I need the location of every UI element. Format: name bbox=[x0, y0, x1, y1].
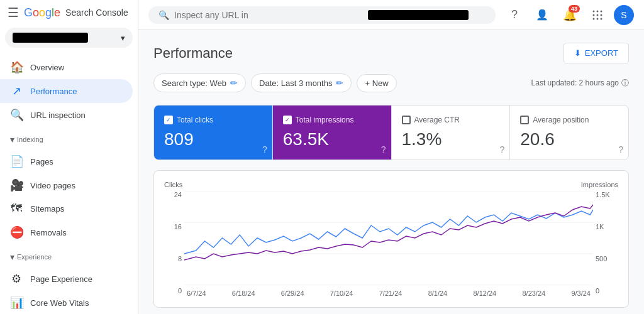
chevron-icon: ▾ bbox=[10, 252, 14, 262]
sidebar-item-performance[interactable]: ↗ Performance bbox=[0, 79, 133, 103]
metric-checkbox[interactable] bbox=[164, 116, 173, 124]
x-label: 6/7/24 bbox=[187, 290, 206, 297]
metric-value: 809 bbox=[164, 129, 262, 149]
notification-badge: 43 bbox=[569, 5, 580, 13]
sidebar-item-overview[interactable]: 🏠 Overview bbox=[0, 55, 133, 79]
x-label: 6/29/24 bbox=[281, 290, 304, 297]
metrics-row: Total clicks 809 ? Total impressions 63.… bbox=[153, 105, 629, 160]
sidebar-item-label: Sitemaps bbox=[30, 204, 64, 214]
url-inspection-input[interactable] bbox=[174, 10, 363, 20]
help-icon[interactable]: ? bbox=[381, 144, 386, 154]
x-label: 7/10/24 bbox=[330, 290, 353, 297]
chart-container: Clicks Impressions 24 16 8 0 bbox=[153, 170, 629, 308]
page-title: Performance bbox=[153, 45, 233, 62]
help-icon[interactable]: ? bbox=[503, 4, 526, 26]
sidebar: ☰ Google Search Console ▾ 🏠 Overview ↗ P… bbox=[0, 0, 138, 314]
removals-icon: ⛔ bbox=[10, 225, 23, 239]
metric-value: 20.6 bbox=[520, 129, 618, 149]
svg-point-4 bbox=[597, 14, 599, 16]
sidebar-item-core-web-vitals[interactable]: 📊 Core Web Vitals bbox=[0, 291, 133, 314]
metric-card-avg-ctr[interactable]: Average CTR 1.3% ? bbox=[392, 106, 511, 160]
app-name: Search Console bbox=[65, 8, 128, 18]
search-icon: 🔍 bbox=[10, 108, 23, 122]
svg-point-7 bbox=[597, 18, 599, 19]
hamburger-menu-icon[interactable]: ☰ bbox=[8, 5, 19, 20]
sidebar-item-sitemaps[interactable]: 🗺 Sitemaps bbox=[0, 197, 133, 220]
accounts-icon[interactable]: 👤 bbox=[531, 4, 553, 26]
sidebar-item-removals[interactable]: ⛔ Removals bbox=[0, 220, 133, 244]
metric-card-total-clicks[interactable]: Total clicks 809 ? bbox=[154, 106, 273, 160]
property-selector[interactable]: ▾ bbox=[5, 28, 133, 48]
chevron-down-icon: ▾ bbox=[121, 33, 125, 43]
filter-bar: Search type: Web ✏ Date: Last 3 months ✏… bbox=[153, 73, 629, 92]
x-label: 8/23/24 bbox=[522, 290, 545, 297]
chart-area: 24 16 8 0 bbox=[164, 191, 618, 297]
new-filter-button[interactable]: + New bbox=[357, 74, 396, 92]
help-icon[interactable]: ? bbox=[618, 144, 623, 154]
video-icon: 🎥 bbox=[10, 178, 23, 192]
edit-icon: ✏ bbox=[230, 78, 238, 88]
user-avatar[interactable]: S bbox=[614, 5, 634, 25]
experience-section-label[interactable]: ▾ Experience bbox=[0, 247, 138, 264]
metric-checkbox[interactable] bbox=[283, 116, 292, 124]
chevron-icon: ▾ bbox=[10, 134, 14, 144]
svg-point-1 bbox=[597, 10, 599, 12]
download-icon: ⬇ bbox=[574, 48, 581, 58]
trending-up-icon: ↗ bbox=[10, 84, 23, 98]
metric-label: Average CTR bbox=[402, 116, 500, 124]
chart-svg-wrapper: 6/7/24 6/18/24 6/29/24 7/10/24 7/21/24 8… bbox=[184, 191, 593, 297]
metric-value: 1.3% bbox=[402, 129, 500, 149]
notification-icon[interactable]: 🔔 43 bbox=[558, 4, 581, 26]
metric-card-avg-position[interactable]: Average position 20.6 ? bbox=[510, 106, 628, 160]
metric-checkbox[interactable] bbox=[520, 116, 529, 124]
clicks-line bbox=[184, 210, 593, 254]
main-content: 🔍 ? 👤 🔔 43 bbox=[138, 0, 644, 314]
page-experience-icon: ⚙ bbox=[10, 272, 23, 286]
sidebar-item-video-pages[interactable]: 🎥 Video pages bbox=[0, 173, 133, 197]
x-axis-labels: 6/7/24 6/18/24 6/29/24 7/10/24 7/21/24 8… bbox=[184, 290, 593, 297]
sidebar-item-label: Removals bbox=[30, 228, 67, 237]
metric-checkbox[interactable] bbox=[402, 116, 411, 124]
metric-value: 63.5K bbox=[283, 129, 381, 149]
svg-point-0 bbox=[593, 10, 595, 12]
search-type-filter[interactable]: Search type: Web ✏ bbox=[153, 73, 246, 92]
indexing-nav: 📄 Pages 🎥 Video pages 🗺 Sitemaps ⛔ Remov… bbox=[0, 147, 138, 247]
last-updated: Last updated: 2 hours ago ⓘ bbox=[531, 78, 629, 89]
svg-point-8 bbox=[601, 18, 602, 19]
export-button[interactable]: ⬇ EXPORT bbox=[564, 43, 629, 63]
svg-point-6 bbox=[593, 18, 595, 19]
x-label: 8/1/24 bbox=[428, 290, 448, 297]
help-icon[interactable]: ? bbox=[262, 144, 267, 154]
metric-label: Total impressions bbox=[283, 116, 381, 124]
indexing-section-label[interactable]: ▾ Indexing bbox=[0, 129, 138, 147]
impressions-line bbox=[184, 205, 593, 260]
sidebar-item-label: Video pages bbox=[30, 181, 75, 190]
search-box[interactable]: 🔍 bbox=[148, 6, 496, 24]
help-icon[interactable]: ? bbox=[499, 144, 504, 154]
sidebar-item-label: Core Web Vitals bbox=[30, 298, 89, 308]
sidebar-item-label: Performance bbox=[30, 87, 77, 96]
core-web-vitals-icon: 📊 bbox=[10, 296, 23, 310]
redacted-url bbox=[368, 10, 469, 20]
info-icon: ⓘ bbox=[621, 78, 629, 89]
sitemaps-icon: 🗺 bbox=[10, 202, 23, 215]
edit-icon: ✏ bbox=[336, 78, 343, 88]
sidebar-item-label: Pages bbox=[30, 157, 53, 166]
metric-label: Average position bbox=[520, 116, 618, 124]
sidebar-item-pages[interactable]: 📄 Pages bbox=[0, 149, 133, 173]
apps-icon[interactable] bbox=[586, 4, 609, 26]
y-axis-left-label: Clicks bbox=[164, 181, 182, 188]
svg-point-3 bbox=[593, 14, 595, 16]
main-nav: 🏠 Overview ↗ Performance 🔍 URL inspectio… bbox=[0, 53, 138, 129]
page-header: Performance ⬇ EXPORT bbox=[153, 43, 629, 63]
sidebar-item-url-inspection[interactable]: 🔍 URL inspection bbox=[0, 103, 133, 127]
date-filter[interactable]: Date: Last 3 months ✏ bbox=[251, 73, 352, 92]
home-icon: 🏠 bbox=[10, 60, 23, 74]
google-logo: Google bbox=[24, 6, 60, 19]
section-label-text: Experience bbox=[17, 253, 52, 261]
sidebar-item-page-experience[interactable]: ⚙ Page Experience bbox=[0, 267, 133, 291]
experience-nav: ⚙ Page Experience 📊 Core Web Vitals 🔒 HT… bbox=[0, 264, 138, 314]
y-axis-right-label: Impressions bbox=[581, 181, 618, 188]
search-icon: 🔍 bbox=[158, 10, 169, 20]
metric-card-total-impressions[interactable]: Total impressions 63.5K ? bbox=[273, 106, 392, 160]
